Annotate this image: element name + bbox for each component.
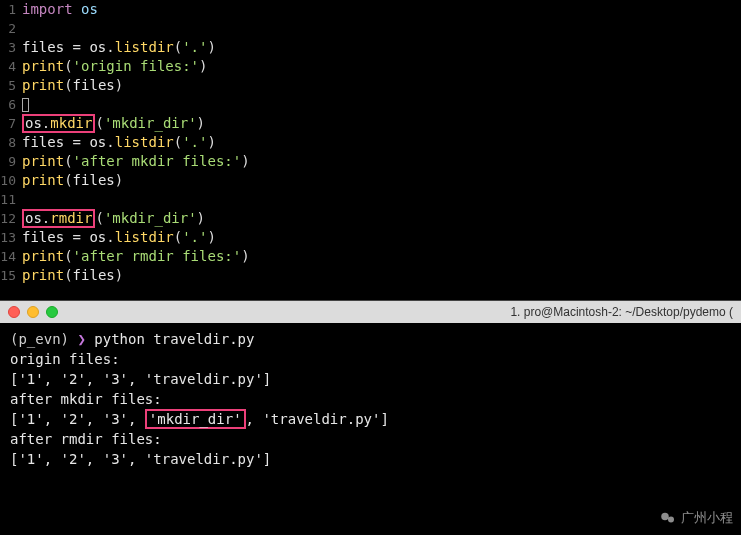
code-line[interactable]: 1import os xyxy=(0,0,741,19)
terminal-window: 1. pro@Macintosh-2: ~/Desktop/pydemo ( (… xyxy=(0,300,741,535)
code-line[interactable]: 9print('after mkdir files:') xyxy=(0,152,741,171)
terminal-titlebar[interactable]: 1. pro@Macintosh-2: ~/Desktop/pydemo ( xyxy=(0,301,741,323)
code-content[interactable]: print('origin files:') xyxy=(22,57,207,76)
code-line[interactable]: 6 xyxy=(0,95,741,114)
window-controls xyxy=(8,306,58,318)
code-content[interactable]: files = os.listdir('.') xyxy=(22,38,216,57)
line-number: 14 xyxy=(0,247,22,266)
code-line[interactable]: 15print(files) xyxy=(0,266,741,285)
code-line[interactable]: 10print(files) xyxy=(0,171,741,190)
line-number: 11 xyxy=(0,190,22,209)
terminal-command: python traveldir.py xyxy=(94,331,254,347)
code-line[interactable]: 13files = os.listdir('.') xyxy=(0,228,741,247)
terminal-body[interactable]: (p_evn) ❯ python traveldir.pyorigin file… xyxy=(0,323,741,475)
code-line[interactable]: 7os.mkdir('mkdir_dir') xyxy=(0,114,741,133)
code-editor[interactable]: 1import os23files = os.listdir('.')4prin… xyxy=(0,0,741,300)
watermark: 广州小程 xyxy=(659,509,733,527)
code-line[interactable]: 3files = os.listdir('.') xyxy=(0,38,741,57)
code-line[interactable]: 11 xyxy=(0,190,741,209)
terminal-output-line: ['1', '2', '3', 'mkdir_dir', 'traveldir.… xyxy=(10,409,731,429)
terminal-output-line: ['1', '2', '3', 'traveldir.py'] xyxy=(10,449,731,469)
terminal-output-line: after rmdir files: xyxy=(10,429,731,449)
code-line[interactable]: 4print('origin files:') xyxy=(0,57,741,76)
code-content[interactable]: files = os.listdir('.') xyxy=(22,228,216,247)
highlighted-output: 'mkdir_dir' xyxy=(145,409,246,429)
code-line[interactable]: 14print('after rmdir files:') xyxy=(0,247,741,266)
code-content[interactable]: os.rmdir('mkdir_dir') xyxy=(22,209,205,228)
terminal-title: 1. pro@Macintosh-2: ~/Desktop/pydemo ( xyxy=(510,305,733,319)
line-number: 2 xyxy=(0,19,22,38)
close-icon[interactable] xyxy=(8,306,20,318)
line-number: 7 xyxy=(0,114,22,133)
line-number: 12 xyxy=(0,209,22,228)
maximize-icon[interactable] xyxy=(46,306,58,318)
code-line[interactable]: 2 xyxy=(0,19,741,38)
code-line[interactable]: 5print(files) xyxy=(0,76,741,95)
code-content[interactable]: os.mkdir('mkdir_dir') xyxy=(22,114,205,133)
line-number: 13 xyxy=(0,228,22,247)
line-number: 1 xyxy=(0,0,22,19)
line-number: 3 xyxy=(0,38,22,57)
minimize-icon[interactable] xyxy=(27,306,39,318)
prompt-env: (p_evn) xyxy=(10,331,77,347)
line-number: 9 xyxy=(0,152,22,171)
svg-point-0 xyxy=(661,513,669,521)
code-content[interactable]: print(files) xyxy=(22,171,123,190)
highlighted-call: os.mkdir xyxy=(22,114,95,133)
code-content[interactable]: import os xyxy=(22,0,98,19)
svg-point-1 xyxy=(668,517,674,523)
code-content[interactable]: print(files) xyxy=(22,266,123,285)
terminal-output-line: ['1', '2', '3', 'traveldir.py'] xyxy=(10,369,731,389)
cursor-icon xyxy=(22,98,29,112)
code-line[interactable]: 8files = os.listdir('.') xyxy=(0,133,741,152)
terminal-output-line: after mkdir files: xyxy=(10,389,731,409)
line-number: 5 xyxy=(0,76,22,95)
watermark-text: 广州小程 xyxy=(681,509,733,527)
code-line[interactable]: 12os.rmdir('mkdir_dir') xyxy=(0,209,741,228)
line-number: 15 xyxy=(0,266,22,285)
line-number: 4 xyxy=(0,57,22,76)
terminal-prompt-line[interactable]: (p_evn) ❯ python traveldir.py xyxy=(10,329,731,349)
code-content[interactable]: files = os.listdir('.') xyxy=(22,133,216,152)
prompt-symbol-icon: ❯ xyxy=(77,331,94,347)
code-content[interactable]: print('after rmdir files:') xyxy=(22,247,250,266)
line-number: 8 xyxy=(0,133,22,152)
wechat-icon xyxy=(659,509,677,527)
code-content[interactable]: print('after mkdir files:') xyxy=(22,152,250,171)
code-content[interactable] xyxy=(22,95,29,114)
highlighted-call: os.rmdir xyxy=(22,209,95,228)
code-content[interactable]: print(files) xyxy=(22,76,123,95)
terminal-output-line: origin files: xyxy=(10,349,731,369)
line-number: 6 xyxy=(0,95,22,114)
line-number: 10 xyxy=(0,171,22,190)
